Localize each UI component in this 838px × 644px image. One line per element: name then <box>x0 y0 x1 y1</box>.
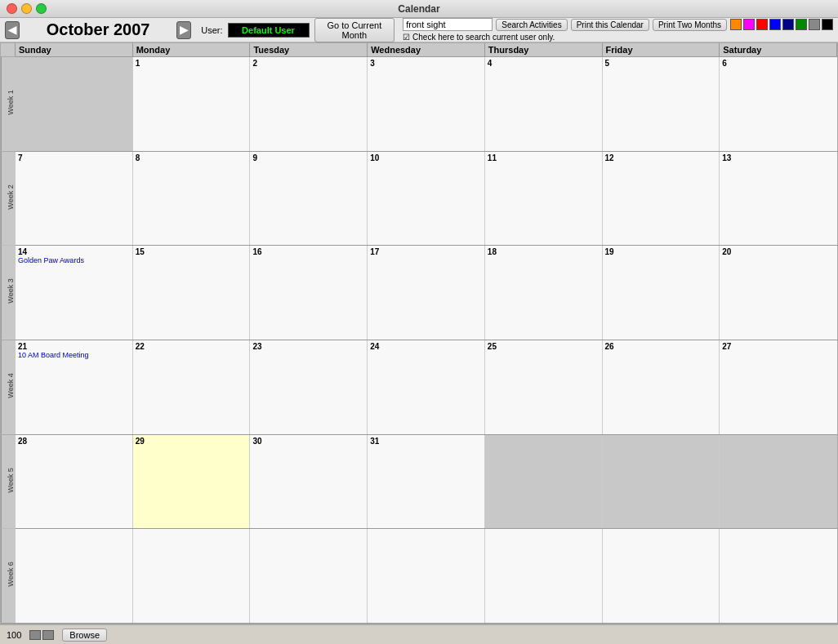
week-row-3: Week 314Golden Paw Awards151617181920 <box>1 246 837 340</box>
day-cell-thursday-week1[interactable]: 4 <box>485 57 603 151</box>
day-cell-wednesday-week3[interactable]: 17 <box>368 246 485 340</box>
day-number: 31 <box>370 437 482 446</box>
day-number: 15 <box>136 247 247 256</box>
day-number: 29 <box>136 437 247 446</box>
swatch-navy[interactable] <box>782 19 794 30</box>
day-cell-thursday-week4[interactable]: 25 <box>485 340 603 434</box>
month-title: October 2007 <box>25 20 172 39</box>
day-number: 20 <box>722 247 835 256</box>
day-number: 30 <box>252 437 364 446</box>
day-cell-saturday-week3[interactable]: 20 <box>720 246 837 340</box>
day-cell-friday-week6[interactable] <box>603 529 720 623</box>
day-cell-friday-week5[interactable] <box>603 435 720 529</box>
day-cell-tuesday-week4[interactable]: 23 <box>250 340 368 434</box>
day-cell-sunday-week6[interactable] <box>16 529 133 623</box>
day-cell-thursday-week3[interactable]: 18 <box>485 246 603 340</box>
prev-month-button[interactable]: ◀ <box>5 21 20 39</box>
day-cell-tuesday-week5[interactable]: 30 <box>250 435 368 529</box>
swatch-gray[interactable] <box>809 19 820 30</box>
day-cell-wednesday-week5[interactable]: 31 <box>368 435 485 529</box>
day-cell-tuesday-week3[interactable]: 16 <box>250 246 368 340</box>
check-row: ☑ Check here to search current user only… <box>403 33 833 42</box>
status-icons <box>29 630 54 640</box>
swatch-red[interactable] <box>756 19 768 30</box>
day-cell-monday-week4[interactable]: 22 <box>133 340 251 434</box>
swatch-magenta[interactable] <box>743 19 755 30</box>
day-number: 2 <box>252 59 364 68</box>
day-cell-tuesday-week1[interactable]: 2 <box>250 57 368 151</box>
day-cell-monday-week6[interactable] <box>133 529 251 623</box>
print-calendar-button[interactable]: Print this Calendar <box>571 19 649 31</box>
day-cell-wednesday-week6[interactable] <box>368 529 485 623</box>
day-number: 10 <box>370 153 482 162</box>
search-user-check-label[interactable]: ☑ Check here to search current user only… <box>403 33 555 42</box>
status-bar: 100 Browse <box>0 624 838 644</box>
minimize-button[interactable] <box>21 3 32 14</box>
right-toolbar: Search Activities Print this Calendar Pr… <box>403 18 833 42</box>
day-cell-saturday-week4[interactable]: 27 <box>720 340 837 434</box>
week-row-5: Week 528293031 <box>1 435 837 530</box>
print-two-months-button[interactable]: Print Two Months <box>653 19 727 31</box>
swatch-green[interactable] <box>796 19 807 30</box>
day-cell-monday-week1[interactable]: 1 <box>133 57 251 151</box>
day-number: 1 <box>136 59 247 68</box>
day-cell-wednesday-week1[interactable]: 3 <box>368 57 485 151</box>
day-cell-monday-week3[interactable]: 15 <box>133 246 251 340</box>
header-friday: Friday <box>603 43 720 56</box>
day-cell-monday-week2[interactable]: 8 <box>133 152 251 246</box>
week-label-1: Week 1 <box>1 57 16 151</box>
browse-button[interactable]: Browse <box>62 628 107 642</box>
day-number: 11 <box>488 153 600 162</box>
day-cell-friday-week3[interactable]: 19 <box>603 246 720 340</box>
search-input[interactable] <box>403 18 493 31</box>
day-cell-sunday-week2[interactable]: 7 <box>16 152 133 246</box>
day-number: 13 <box>722 153 835 162</box>
day-cell-thursday-week6[interactable] <box>485 529 603 623</box>
swatch-blue[interactable] <box>769 19 781 30</box>
day-cell-sunday-week5[interactable]: 28 <box>16 435 133 529</box>
day-event[interactable]: Golden Paw Awards <box>18 256 130 264</box>
day-cell-thursday-week2[interactable]: 11 <box>485 152 603 246</box>
day-cell-sunday-week1[interactable] <box>16 57 133 151</box>
day-cell-wednesday-week4[interactable]: 24 <box>368 340 485 434</box>
go-current-button[interactable]: Go to Current Month <box>314 18 395 42</box>
week-col-spacer <box>1 43 16 56</box>
search-activities-button[interactable]: Search Activities <box>496 19 567 31</box>
day-event[interactable]: 10 AM Board Meeting <box>18 351 130 359</box>
view-icon <box>42 630 54 640</box>
day-number: 12 <box>605 153 717 162</box>
day-cell-saturday-week6[interactable] <box>720 529 837 623</box>
swatch-black[interactable] <box>822 19 833 30</box>
zoom-level: 100 <box>7 630 21 640</box>
header-thursday: Thursday <box>485 43 603 56</box>
day-cell-friday-week2[interactable]: 12 <box>603 152 720 246</box>
day-cell-saturday-week5[interactable] <box>720 435 837 529</box>
next-month-button[interactable]: ▶ <box>176 21 191 39</box>
week-row-1: Week 1123456 <box>1 57 837 152</box>
day-cell-friday-week4[interactable]: 26 <box>603 340 720 434</box>
day-cell-thursday-week5[interactable] <box>485 435 603 529</box>
day-number: 5 <box>605 59 717 68</box>
header-tuesday: Tuesday <box>250 43 368 56</box>
day-cell-monday-week5[interactable]: 29 <box>133 435 251 529</box>
graph-icon <box>29 630 41 640</box>
day-cell-saturday-week1[interactable]: 6 <box>720 57 837 151</box>
close-button[interactable] <box>7 3 17 14</box>
swatch-orange[interactable] <box>730 19 742 30</box>
day-number: 16 <box>252 247 364 256</box>
color-swatches <box>730 19 833 30</box>
user-label: User: <box>201 25 222 35</box>
week-label-3: Week 3 <box>1 246 16 340</box>
day-cell-tuesday-week2[interactable]: 9 <box>250 152 368 246</box>
day-cell-friday-week1[interactable]: 5 <box>603 57 720 151</box>
week-row-6: Week 6 <box>1 529 837 624</box>
maximize-button[interactable] <box>36 3 47 14</box>
window-controls[interactable] <box>7 3 47 14</box>
day-cell-sunday-week3[interactable]: 14Golden Paw Awards <box>16 246 133 340</box>
day-cell-sunday-week4[interactable]: 2110 AM Board Meeting <box>16 340 133 434</box>
day-cell-saturday-week2[interactable]: 13 <box>720 152 837 246</box>
day-number: 6 <box>722 59 835 68</box>
day-cell-tuesday-week6[interactable] <box>250 529 368 623</box>
window-title: Calendar <box>398 3 439 15</box>
day-cell-wednesday-week2[interactable]: 10 <box>368 152 485 246</box>
